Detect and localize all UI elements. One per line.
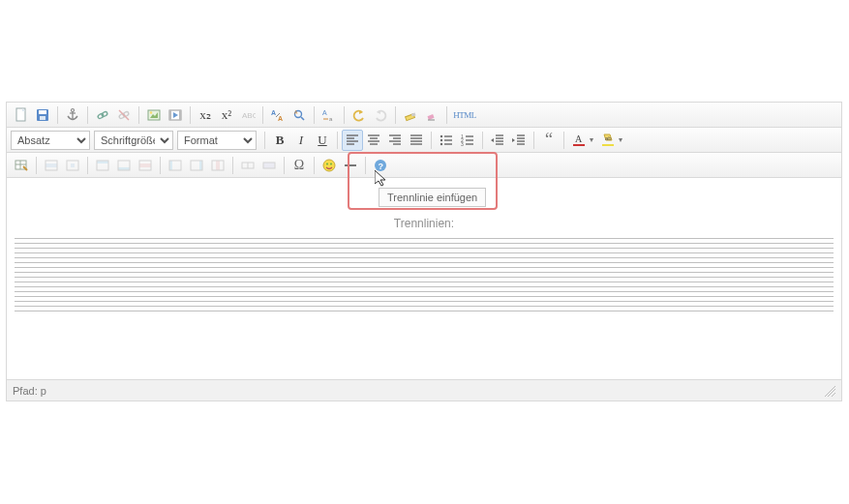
format-select[interactable]: Format <box>177 131 257 150</box>
italic-button[interactable]: I <box>290 130 312 151</box>
editor-content[interactable]: Trennlinien: <box>7 178 841 379</box>
bg-color-button[interactable]: ab <box>597 130 619 151</box>
insert-row-after-button[interactable] <box>113 155 135 176</box>
svg-marker-70 <box>512 138 515 142</box>
ordered-list-button[interactable]: 123 <box>457 130 478 151</box>
bg-color-dropdown[interactable]: ▾ <box>617 135 624 144</box>
hr-line <box>15 243 834 244</box>
split-cells-button[interactable] <box>237 155 258 176</box>
path-display: Pfad: p <box>13 385 46 397</box>
hr-line <box>15 291 834 292</box>
hr-line <box>15 306 834 307</box>
anchor-button[interactable] <box>62 104 83 126</box>
svg-rect-72 <box>573 144 585 146</box>
row-props-button[interactable] <box>41 155 62 176</box>
svg-rect-74 <box>602 144 614 146</box>
delete-row-button[interactable] <box>135 155 156 176</box>
hr-line <box>15 301 834 302</box>
hr-line <box>15 272 834 273</box>
text-color-dropdown[interactable]: ▾ <box>588 135 595 144</box>
resize-handle[interactable] <box>824 385 835 397</box>
remove-format-button[interactable] <box>421 104 442 126</box>
help-button[interactable]: ? <box>370 155 391 176</box>
find-replace-button[interactable]: AA <box>267 104 288 126</box>
svg-line-23 <box>301 117 304 120</box>
paragraph-select[interactable]: Absatz <box>11 131 90 150</box>
hr-line <box>15 296 834 297</box>
bold-button[interactable]: B <box>269 130 290 151</box>
svg-text:A: A <box>278 115 283 122</box>
source-button[interactable]: Aa <box>318 104 340 126</box>
blockquote-button[interactable]: “ <box>538 130 560 151</box>
delete-col-button[interactable] <box>207 155 228 176</box>
html-source-button[interactable]: HTML <box>451 104 478 126</box>
toolbar-row-3: Ω ? <box>7 153 841 178</box>
align-center-button[interactable] <box>363 130 384 151</box>
horizontal-rule-button[interactable] <box>340 155 361 176</box>
link-button[interactable] <box>92 104 113 126</box>
editor-container: x₂ x² ABC AA A Aa HTML <box>6 102 842 401</box>
path-label: Pfad: <box>13 385 38 397</box>
edit-table-button[interactable] <box>11 155 32 176</box>
svg-rect-80 <box>71 163 75 167</box>
toolbar-row-2: Absatz Schriftgröße Format B I U 123 <box>7 128 841 153</box>
special-char-button[interactable]: Ω <box>288 155 310 176</box>
svg-point-53 <box>440 142 442 144</box>
superscript-button[interactable]: x² <box>216 104 237 126</box>
svg-marker-65 <box>491 138 494 142</box>
unlink-button[interactable] <box>113 104 135 126</box>
outdent-button[interactable] <box>487 130 508 151</box>
insert-col-after-button[interactable] <box>186 155 207 176</box>
merge-cells-button[interactable] <box>258 155 280 176</box>
insert-col-before-button[interactable] <box>165 155 186 176</box>
hr-line <box>15 267 834 268</box>
hr-line <box>15 286 834 287</box>
undo-button[interactable] <box>349 104 370 126</box>
hr-line <box>15 252 834 253</box>
svg-rect-78 <box>45 163 57 167</box>
svg-rect-92 <box>216 161 220 170</box>
svg-text:ABC: ABC <box>242 111 256 120</box>
content-caption: Trennlinien: <box>15 217 834 230</box>
svg-point-4 <box>72 108 75 111</box>
save-button[interactable] <box>32 104 53 126</box>
cell-props-button[interactable] <box>62 155 83 176</box>
svg-rect-31 <box>427 114 434 120</box>
svg-point-14 <box>150 111 152 113</box>
subscript-button[interactable]: x₂ <box>195 104 216 126</box>
svg-rect-17 <box>179 110 181 120</box>
path-value: p <box>41 385 46 397</box>
indent-button[interactable] <box>508 130 530 151</box>
unordered-list-button[interactable] <box>436 130 457 151</box>
insert-row-before-button[interactable] <box>92 155 113 176</box>
svg-point-51 <box>440 138 442 140</box>
underline-button[interactable]: U <box>312 130 333 151</box>
clear-format-button[interactable] <box>400 104 421 126</box>
hr-line <box>15 282 834 282</box>
align-justify-button[interactable] <box>406 130 427 151</box>
abbr-button[interactable]: ABC <box>237 104 258 126</box>
hr-line <box>15 248 834 249</box>
hr-line <box>15 311 834 311</box>
align-right-button[interactable] <box>384 130 406 151</box>
emoticon-button[interactable] <box>318 155 340 176</box>
svg-text:?: ? <box>379 162 384 171</box>
fontsize-select[interactable]: Schriftgröße <box>94 131 173 150</box>
svg-text:ab: ab <box>605 135 612 141</box>
find-button[interactable]: A <box>288 104 310 126</box>
svg-rect-96 <box>263 163 275 168</box>
status-bar: Pfad: p <box>7 379 841 400</box>
svg-point-8 <box>101 110 107 116</box>
redo-button[interactable] <box>370 104 391 126</box>
media-button[interactable] <box>165 104 186 126</box>
new-doc-button[interactable] <box>11 104 32 126</box>
text-color-button[interactable]: A <box>568 130 590 151</box>
align-left-button[interactable] <box>342 130 363 151</box>
svg-point-97 <box>323 160 335 171</box>
svg-rect-3 <box>40 116 45 120</box>
hr-line <box>15 277 834 278</box>
image-button[interactable] <box>143 104 165 126</box>
tooltip: Trennlinie einfügen <box>379 188 486 207</box>
svg-text:3: 3 <box>461 141 464 147</box>
svg-text:A: A <box>322 109 327 116</box>
